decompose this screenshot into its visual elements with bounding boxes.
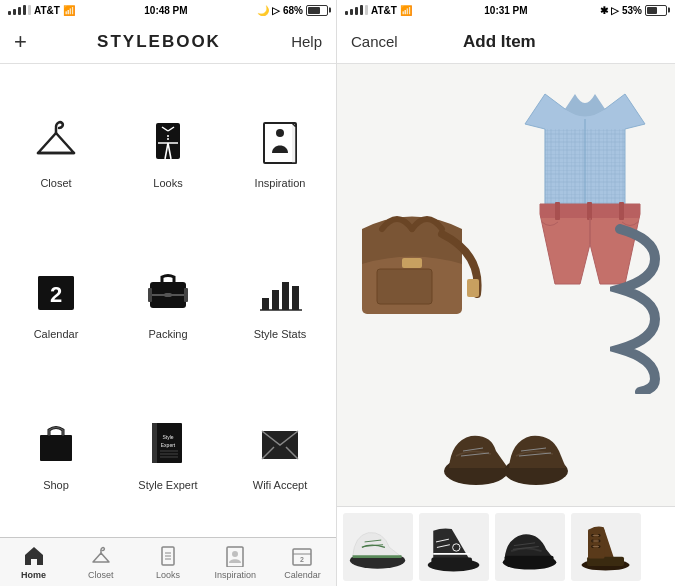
status-right-group: 🌙 ▷ 68% — [257, 5, 328, 16]
svg-rect-18 — [184, 288, 188, 302]
svg-rect-21 — [282, 282, 289, 310]
right-battery-icon — [645, 5, 667, 16]
main-grid: Closet — [0, 64, 336, 537]
nav-calendar-icon: 2 — [290, 544, 314, 568]
nav-looks-icon — [156, 544, 180, 568]
svg-text:Expert: Expert — [161, 442, 176, 448]
style-expert-icon: Style Expert — [138, 413, 198, 473]
nav-calendar-label: Calendar — [284, 570, 321, 580]
grid-item-packing-label: Packing — [148, 328, 187, 340]
shop-icon — [26, 413, 86, 473]
stats-icon — [250, 262, 310, 322]
nav-closet-icon — [89, 544, 113, 568]
outfit-bag[interactable] — [352, 194, 492, 324]
grid-item-calendar-label: Calendar — [34, 328, 79, 340]
status-bar-right: AT&T 📶 10:31 PM ✱ ▷ 53% — [337, 0, 675, 20]
grid-item-looks-label: Looks — [153, 177, 182, 189]
svg-point-10 — [276, 129, 284, 137]
right-bt-icon: ✱ — [600, 5, 608, 16]
cancel-button[interactable]: Cancel — [351, 33, 398, 50]
grid-item-style-stats-label: Style Stats — [254, 328, 307, 340]
grid-item-style-stats[interactable]: Style Stats — [224, 225, 336, 376]
svg-rect-26 — [152, 423, 157, 463]
svg-rect-55 — [377, 269, 432, 304]
bottom-nav: Home Closet Looks — [0, 537, 336, 586]
app-header: + STYLEBOOK Help — [0, 20, 336, 64]
svg-rect-57 — [467, 279, 479, 297]
svg-rect-19 — [262, 298, 269, 310]
svg-rect-51 — [587, 202, 592, 220]
app-title: STYLEBOOK — [97, 32, 221, 52]
grid-item-style-expert[interactable]: Style Expert Style Expert — [112, 376, 224, 527]
grid-item-inspiration-label: Inspiration — [255, 177, 306, 189]
thumbnail-high-top-sneakers[interactable] — [419, 513, 489, 581]
svg-rect-79 — [588, 529, 605, 559]
left-panel: AT&T 📶 10:48 PM 🌙 ▷ 68% + STYLEBOOK Help — [0, 0, 337, 586]
nav-item-inspiration[interactable]: Inspiration — [202, 544, 269, 580]
packing-icon — [138, 262, 198, 322]
thumbnail-strip — [337, 506, 675, 586]
outfit-belt[interactable] — [610, 224, 670, 404]
nav-item-calendar[interactable]: 2 Calendar — [269, 544, 336, 580]
svg-rect-17 — [148, 288, 152, 302]
svg-rect-50 — [555, 202, 560, 220]
looks-icon — [138, 111, 198, 171]
outfit-shoes[interactable] — [441, 416, 571, 496]
grid-item-calendar[interactable]: 2 Calendar — [0, 225, 112, 376]
nav-inspiration-icon — [223, 544, 247, 568]
right-carrier-group: AT&T 📶 — [345, 5, 412, 16]
battery-label: 68% — [283, 5, 303, 16]
svg-rect-24 — [40, 435, 72, 461]
grid-item-wifi-accept-label: Wifi Accept — [253, 479, 307, 491]
calendar-icon: 2 — [26, 262, 86, 322]
status-bar-left: AT&T 📶 10:48 PM 🌙 ▷ 68% — [0, 0, 336, 20]
battery-icon — [306, 5, 328, 16]
inspiration-icon — [250, 111, 310, 171]
add-item-header: Cancel Add Item — [337, 20, 675, 64]
nav-item-closet[interactable]: Closet — [67, 544, 134, 580]
grid-item-looks[interactable]: Looks — [112, 74, 224, 225]
grid-item-shop-label: Shop — [43, 479, 69, 491]
grid-item-inspiration[interactable]: Inspiration — [224, 74, 336, 225]
grid-item-wifi-accept[interactable]: Wifi Accept — [224, 376, 336, 527]
right-battery-label: 53% — [622, 5, 642, 16]
grid-item-style-expert-label: Style Expert — [138, 479, 197, 491]
svg-rect-52 — [619, 202, 624, 220]
svg-rect-16 — [164, 293, 172, 297]
right-status-right-group: ✱ ▷ 53% — [600, 5, 667, 16]
svg-rect-20 — [272, 290, 279, 310]
wifi-accept-icon — [250, 413, 310, 473]
grid-item-shop[interactable]: Shop — [0, 376, 112, 527]
right-panel: AT&T 📶 10:31 PM ✱ ▷ 53% Cancel Add Item — [337, 0, 675, 586]
svg-rect-22 — [292, 286, 299, 310]
right-wifi-icon: 📶 — [400, 5, 412, 16]
right-signal-icon — [345, 5, 368, 15]
svg-rect-1 — [156, 123, 180, 159]
grid-item-packing[interactable]: Packing — [112, 225, 224, 376]
add-item-title: Add Item — [463, 32, 536, 52]
svg-text:2: 2 — [50, 282, 62, 307]
right-time-label: 10:31 PM — [484, 5, 527, 16]
status-left-carrier-group: AT&T 📶 — [8, 5, 75, 16]
home-icon — [22, 544, 46, 568]
svg-rect-74 — [505, 555, 554, 562]
right-carrier-label: AT&T — [371, 5, 397, 16]
nav-item-looks[interactable]: Looks — [134, 544, 201, 580]
nav-item-home[interactable]: Home — [0, 544, 67, 580]
thumbnail-green-sneakers[interactable] — [343, 513, 413, 581]
wifi-status-icon: 📶 — [63, 5, 75, 16]
nav-closet-label: Closet — [88, 570, 114, 580]
outfit-display-area — [337, 64, 675, 506]
help-button[interactable]: Help — [291, 33, 322, 50]
carrier-label: AT&T — [34, 5, 60, 16]
grid-item-closet[interactable]: Closet — [0, 74, 112, 225]
thumbnail-black-sneakers[interactable] — [495, 513, 565, 581]
nav-inspiration-label: Inspiration — [214, 570, 256, 580]
thumbnail-brown-boots[interactable] — [571, 513, 641, 581]
nav-looks-label: Looks — [156, 570, 180, 580]
svg-point-38 — [232, 551, 238, 557]
add-button[interactable]: + — [14, 29, 27, 55]
outfit-container — [337, 64, 675, 506]
grid-item-closet-label: Closet — [40, 177, 71, 189]
moon-icon: 🌙 — [257, 5, 269, 16]
